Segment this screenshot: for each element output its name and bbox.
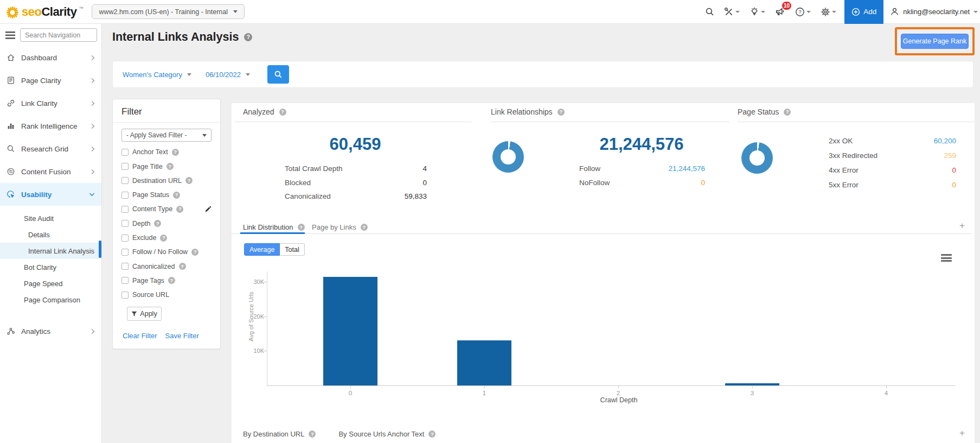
filter-checkbox-page-title[interactable]: Page Title [121,163,212,170]
tools-menu[interactable] [719,0,745,23]
filter-checkbox-source-url[interactable]: Source URL [121,291,212,299]
sidebar-item-analytics[interactable]: Analytics [0,320,101,343]
filter-checkbox-destination-url[interactable]: Destination URL [121,177,212,185]
checkbox[interactable] [121,163,129,170]
checkbox[interactable] [121,220,129,227]
user-menu[interactable]: nkling@seoclarity.net [883,7,980,16]
help-icon[interactable] [279,109,286,116]
ideas-menu[interactable] [745,0,770,23]
help-icon[interactable] [191,249,198,256]
date-dropdown[interactable]: 06/10/2022 [206,71,250,79]
announcements-button[interactable]: 10 [770,0,790,23]
segment-dropdown[interactable]: Women's Category [123,71,191,79]
tab-by-destination-url[interactable]: By Destination URL [243,430,316,438]
sidebar-item-label: Bot Clarity [24,263,56,271]
stat-label: Total Crawl Depth [285,164,343,173]
x-tick-label: 0 [334,390,367,396]
sidebar-item-label: Analytics [21,327,50,336]
sidebar-item-research-grid[interactable]: Research Grid [0,137,101,160]
add-button[interactable]: Add [844,0,883,24]
sidebar-item-rank-intelligence[interactable]: Rank Intelligence [0,115,101,137]
help-menu[interactable]: ? [790,0,816,23]
chart-bar[interactable] [323,277,377,385]
settings-menu[interactable] [816,0,841,23]
stat-label: 5xx Error [829,181,859,189]
help-icon[interactable] [173,192,180,199]
chart-menu-icon[interactable] [941,254,952,262]
sidebar-item-page-comparison[interactable]: Page Comparison [0,292,101,308]
filter-checkbox-follow-no-follow[interactable]: Follow / No Follow [121,248,212,256]
filter-checkbox-page-tags[interactable]: Page Tags [121,277,212,284]
checkbox[interactable] [121,292,129,299]
filter-label: Follow / No Follow [132,248,188,256]
save-filter-link[interactable]: Save Filter [165,332,199,340]
toggle-total[interactable]: Total [280,243,304,256]
help-icon[interactable] [185,177,193,184]
link-icon [7,99,15,107]
filter-checkbox-anchor-text[interactable]: Anchor Text [121,148,212,156]
sidebar-item-page-speed[interactable]: Page Speed [0,275,101,292]
x-tick-mark [350,385,351,388]
add-widget-icon[interactable]: + [959,429,965,437]
checkbox[interactable] [121,249,129,256]
checkbox[interactable] [121,263,129,270]
help-icon[interactable] [361,224,368,231]
checkbox[interactable] [121,192,129,199]
sidebar-item-label: Research Grid [21,145,68,153]
search-navigation-input[interactable] [20,28,97,42]
usability-submenu: Site Audit Details Internal Link Analysi… [0,206,101,311]
help-icon[interactable] [428,431,435,438]
stat-value: 0 [422,179,427,187]
checkbox[interactable] [121,235,129,242]
help-icon[interactable] [176,206,183,213]
checkbox[interactable] [121,277,129,284]
help-icon[interactable] [309,431,316,438]
sidebar-scrollbar-thumb[interactable] [99,241,101,258]
help-icon[interactable] [244,33,252,41]
sidebar-item-link-clarity[interactable]: Link Clarity [0,92,101,115]
help-icon[interactable] [172,149,179,156]
filter-checkbox-content-type[interactable]: Content Type [121,205,212,213]
sidebar-item-bot-clarity[interactable]: Bot Clarity [0,259,101,275]
chart-bar[interactable] [457,340,511,385]
tab-by-source-urls-anchor-text[interactable]: By Source Urls Anchor Text [338,430,435,438]
filter-checkbox-page-status[interactable]: Page Status [121,191,212,199]
sidebar-item-dashboard[interactable]: Dashboard [0,46,101,69]
apply-saved-filter-select[interactable]: - Apply Saved Filter - [121,129,212,142]
clear-filter-link[interactable]: Clear Filter [123,332,157,340]
generate-page-rank-button[interactable]: Generate Page Rank [901,34,969,49]
checkbox[interactable] [121,206,129,213]
filter-checkbox-exclude[interactable]: Exclude [121,234,212,242]
tab-label: Page by Links [312,223,356,231]
sidebar-item-usability[interactable]: Usability [0,183,101,206]
help-icon[interactable] [179,263,186,270]
filter-checkbox-canonicalized[interactable]: Canonicalized [121,263,212,270]
add-widget-icon[interactable]: + [959,221,965,230]
domain-selector[interactable]: www2.hm.com (US-en) - Training - Interna… [92,4,245,19]
sidebar-item-details[interactable]: Details [0,226,101,243]
sidebar-item-page-clarity[interactable]: Page Clarity [0,69,101,92]
help-icon[interactable] [298,224,305,231]
help-icon[interactable] [154,220,161,227]
checkbox[interactable] [121,177,129,184]
sidebar-item-internal-link-analysis[interactable]: Internal Link Analysis [0,243,101,259]
help-icon[interactable] [166,163,174,170]
toggle-average[interactable]: Average [244,243,280,256]
hamburger-menu-icon[interactable] [5,31,15,39]
tab-link-distribution[interactable]: Link Distribution [243,223,305,231]
help-icon[interactable] [784,109,791,116]
help-icon[interactable] [558,109,565,116]
tab-page-by-links[interactable]: Page by Links [312,223,368,231]
sidebar-item-content-fusion[interactable]: Content Fusion [0,160,101,183]
tab-label: By Destination URL [243,430,304,438]
help-icon[interactable] [168,277,175,284]
search-icon[interactable] [700,0,719,23]
apply-filter-button[interactable]: Apply [127,307,162,321]
pencil-icon[interactable] [204,206,212,213]
run-search-button[interactable] [267,65,289,84]
filter-checkbox-depth[interactable]: Depth [121,220,212,227]
help-icon[interactable] [160,235,167,242]
seoclarity-logo[interactable]: seoClarity ™ [0,4,83,20]
checkbox[interactable] [121,149,129,156]
sidebar-item-site-audit[interactable]: Site Audit [0,210,101,226]
